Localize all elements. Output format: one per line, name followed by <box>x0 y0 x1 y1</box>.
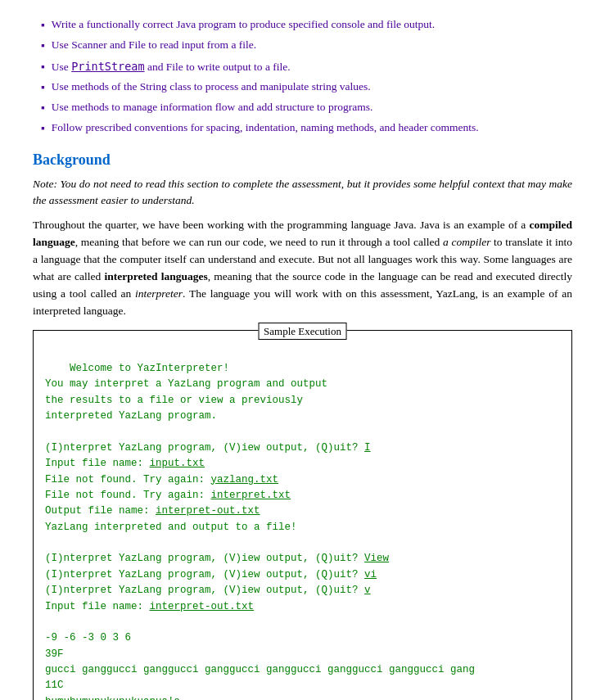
bullet-text-5: Use methods to manage information flow a… <box>52 99 373 115</box>
bullet-text-3: Use PrintStream and File to write output… <box>52 58 291 75</box>
bullet-item-3: Use PrintStream and File to write output… <box>41 58 572 75</box>
code-block: Welcome to YazInterpreter! You may inter… <box>34 331 571 700</box>
bullet-list: Write a functionally correct Java progra… <box>33 16 572 138</box>
background-heading: Background <box>33 149 572 171</box>
bullet-text-1: Write a functionally correct Java progra… <box>52 16 435 33</box>
bullet-item-2: Use Scanner and File to read input from … <box>41 37 572 54</box>
sample-execution-container: Sample Execution Welcome to YazInterpret… <box>33 330 572 700</box>
background-note: Note: You do not need to read this secti… <box>33 176 572 210</box>
background-paragraph: Throughout the quarter, we have been wor… <box>33 217 572 320</box>
sample-execution-label: Sample Execution <box>258 323 347 341</box>
bullet-text-4: Use methods of the String class to proce… <box>52 79 371 95</box>
bullet-item-1: Write a functionally correct Java progra… <box>41 16 572 34</box>
bullet-text-6: Follow prescribed conventions for spacin… <box>52 120 479 136</box>
printstream-link[interactable]: PrintStream <box>71 60 144 73</box>
bullet-item-4: Use methods of the String class to proce… <box>41 79 572 96</box>
bullet-text-2: Use Scanner and File to read input from … <box>52 37 256 53</box>
bullet-item-5: Use methods to manage information flow a… <box>41 99 572 116</box>
bullet-item-6: Follow prescribed conventions for spacin… <box>41 120 572 137</box>
